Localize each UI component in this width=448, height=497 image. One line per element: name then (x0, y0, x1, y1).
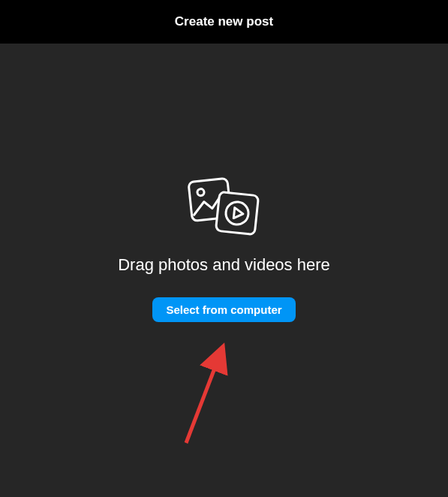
svg-rect-2 (215, 191, 258, 234)
drag-instruction-text: Drag photos and videos here (118, 255, 330, 275)
upload-area[interactable]: Drag photos and videos here Select from … (0, 44, 448, 497)
modal-header: Create new post (0, 0, 448, 44)
svg-point-1 (197, 188, 204, 196)
media-upload-icon (183, 174, 266, 240)
select-from-computer-button[interactable]: Select from computer (152, 297, 295, 322)
modal-title: Create new post (175, 14, 273, 29)
